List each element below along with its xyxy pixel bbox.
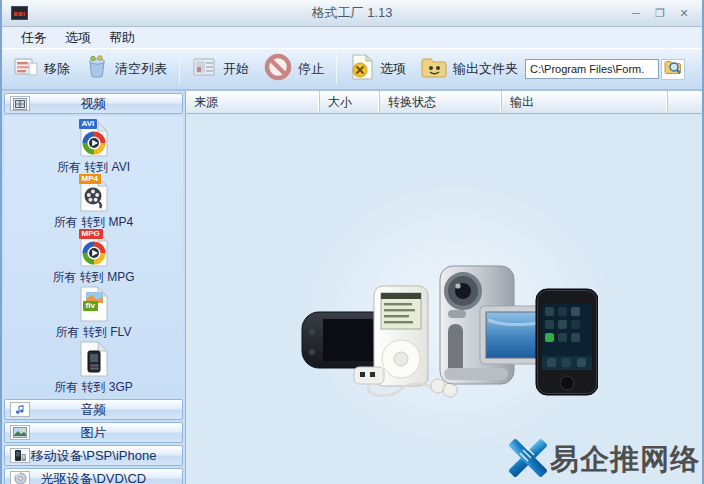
- browse-folder-icon: [664, 59, 682, 79]
- 3gp-file-icon: [76, 340, 112, 378]
- start-label: 开始: [223, 60, 249, 78]
- sidebar: 视频 AVI: [2, 91, 186, 484]
- sidebar-section-label: 视频: [5, 95, 182, 113]
- music-note-icon: [10, 402, 30, 417]
- preset-all-to-avi[interactable]: AVI 所有 转到 AVI: [4, 119, 183, 174]
- preset-all-to-flv[interactable]: flv 所有 转到 FLV: [4, 284, 183, 339]
- stop-button[interactable]: 停止: [256, 51, 331, 87]
- mpg-badge: MPG: [79, 229, 103, 239]
- camcorder: [440, 266, 552, 384]
- disc-icon: [10, 471, 30, 484]
- output-folder-button[interactable]: 输出文件夹: [413, 51, 525, 87]
- sidebar-section-label: 移动设备\PSP\iPhone: [5, 447, 182, 465]
- column-header-size[interactable]: 大小: [320, 91, 380, 113]
- remove-label: 移除: [44, 60, 70, 78]
- sidebar-section-label: 光驱设备\DVD\CD: [5, 470, 182, 484]
- column-header-convert-state[interactable]: 转换状态: [380, 91, 502, 113]
- avi-file-icon: AVI: [76, 120, 112, 158]
- clear-list-label: 清空列表: [115, 60, 167, 78]
- preset-all-to-3gp[interactable]: 所有 转到 3GP: [4, 339, 183, 394]
- start-button[interactable]: 开始: [185, 51, 256, 87]
- stop-label: 停止: [298, 60, 324, 78]
- options-icon: [349, 53, 375, 85]
- watermark: 易企推网络: [508, 438, 700, 482]
- menu-task[interactable]: 任务: [12, 28, 56, 48]
- sidebar-bottom-sections: 音频 移动设备\PSP\iPhone 图片: [4, 399, 183, 484]
- window-title: 格式工厂 1.13: [2, 4, 702, 22]
- task-list-header: 来源 大小 转换状态 输出: [186, 91, 702, 114]
- preset-label: 所有 转到 3GP: [54, 379, 133, 396]
- clear-list-button[interactable]: 清空列表: [77, 51, 174, 87]
- task-list-body: 易企推网络: [186, 114, 702, 484]
- flv-badge: flv: [83, 301, 98, 311]
- picture-icon: [10, 425, 30, 440]
- sidebar-section-optical-drive[interactable]: 光驱设备\DVD\CD: [4, 468, 183, 484]
- output-folder-icon: [420, 55, 448, 83]
- watermark-text: 易企推网络: [550, 440, 700, 480]
- remove-button[interactable]: 移除: [6, 51, 77, 87]
- video-presets-panel: AVI 所有 转到 AVI: [4, 116, 183, 399]
- sidebar-section-audio[interactable]: 音频: [4, 399, 183, 420]
- film-icon: [10, 96, 30, 111]
- devices-illustration: [298, 262, 598, 402]
- close-button[interactable]: ✕: [676, 6, 692, 20]
- avi-badge: AVI: [79, 119, 98, 129]
- mp4-file-icon: MP4: [76, 175, 112, 213]
- output-folder-label: 输出文件夹: [453, 60, 518, 78]
- maximize-button[interactable]: ❐: [652, 6, 668, 20]
- menu-options[interactable]: 选项: [56, 28, 100, 48]
- mobile-device-icon: [10, 448, 30, 463]
- format-factory-window: 格式工厂 1.13 ─ ❐ ✕ 任务 选项 帮助 移除: [0, 0, 704, 484]
- column-header-output[interactable]: 输出: [502, 91, 668, 113]
- sidebar-section-picture[interactable]: 移动设备\PSP\iPhone 图片: [4, 422, 183, 443]
- menu-bar: 任务 选项 帮助: [2, 27, 702, 48]
- preset-all-to-mp4[interactable]: MP4 所有 转到 MP4: [4, 174, 183, 229]
- toolbar-separator: [336, 54, 337, 84]
- options-button[interactable]: 选项: [342, 51, 413, 87]
- options-label: 选项: [380, 60, 406, 78]
- menu-help[interactable]: 帮助: [100, 28, 144, 48]
- preset-all-to-mpg[interactable]: MPG 所有 转到 MPG: [4, 229, 183, 284]
- sidebar-section-label: 音频: [5, 401, 182, 419]
- watermark-logo-icon: [508, 438, 548, 482]
- sidebar-section-video[interactable]: 视频: [4, 93, 183, 114]
- stop-icon: [263, 52, 293, 86]
- browse-button[interactable]: [661, 59, 685, 80]
- toolbar: 移除 清空列表: [2, 48, 702, 91]
- content-area: 来源 大小 转换状态 输出: [186, 91, 702, 484]
- column-header-source[interactable]: 来源: [186, 91, 320, 113]
- start-icon: [192, 55, 218, 83]
- column-header-filler: [668, 91, 702, 113]
- main-area: 视频 AVI: [2, 91, 702, 484]
- toolbar-separator: [179, 54, 180, 84]
- mpg-file-icon: MPG: [76, 230, 112, 268]
- flv-file-icon: flv: [76, 285, 112, 323]
- minimize-button[interactable]: ─: [628, 6, 644, 20]
- trash-icon: [84, 54, 110, 84]
- output-path-field[interactable]: [525, 59, 659, 79]
- title-bar[interactable]: 格式工厂 1.13 ─ ❐ ✕: [2, 0, 702, 27]
- sidebar-section-mobile-devices[interactable]: 移动设备\PSP\iPhone: [4, 445, 183, 466]
- remove-icon: [13, 55, 39, 83]
- window-controls: ─ ❐ ✕: [628, 6, 702, 20]
- sidebar-section-label: 图片: [5, 424, 182, 442]
- iphone: [536, 289, 598, 395]
- mp4-badge: MP4: [79, 174, 101, 184]
